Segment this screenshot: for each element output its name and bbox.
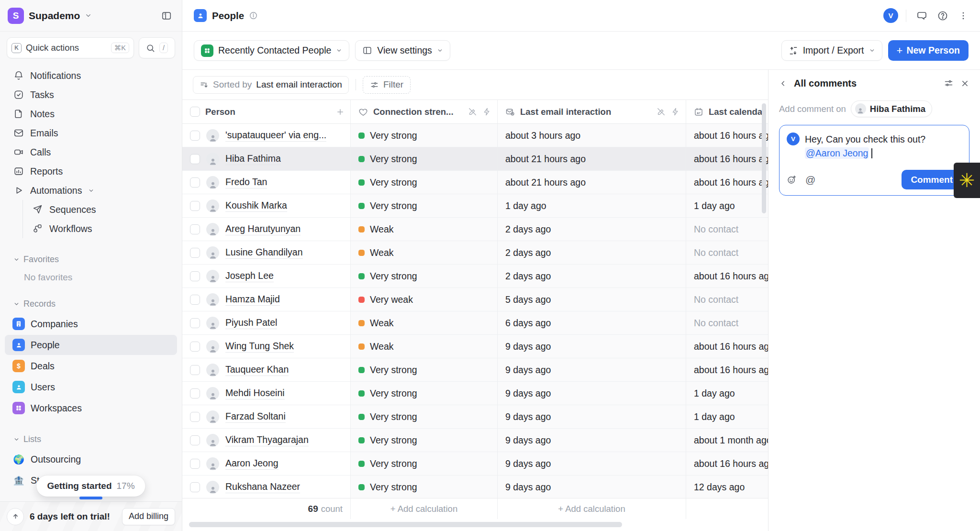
person-name[interactable]: Vikram Thyagarajan: [225, 434, 309, 446]
connection-strength-cell[interactable]: Weak: [351, 311, 498, 335]
column-header-person[interactable]: Person: [182, 100, 351, 123]
table-row[interactable]: Koushik Marka Very strong 1 day ago 1 da…: [182, 194, 768, 218]
last-email-cell[interactable]: 9 days ago: [498, 358, 686, 382]
row-checkbox[interactable]: [190, 295, 200, 305]
info-icon[interactable]: [249, 11, 258, 20]
table-row[interactable]: Hiba Fathima Very strong about 21 hours …: [182, 147, 768, 171]
connection-strength-cell[interactable]: Weak: [351, 335, 498, 358]
table-row[interactable]: Lusine Ghandilyan Weak 2 days ago No con…: [182, 241, 768, 265]
comment-button[interactable]: Comment: [902, 170, 962, 189]
row-checkbox[interactable]: [190, 412, 200, 422]
person-cell[interactable]: Rukshana Nazeer: [182, 476, 351, 498]
connection-strength-cell[interactable]: Very strong: [351, 124, 498, 147]
sidebar-item-sequences[interactable]: Sequences: [23, 200, 182, 219]
last-email-cell[interactable]: about 21 hours ago: [498, 147, 686, 171]
getting-started-pill[interactable]: Getting started 17%: [36, 476, 145, 497]
connection-strength-cell[interactable]: Very strong: [351, 265, 498, 288]
row-checkbox[interactable]: [190, 224, 200, 234]
records-section-header[interactable]: Records: [0, 299, 182, 309]
person-name[interactable]: Farzad Soltani: [225, 411, 286, 423]
person-name[interactable]: Rukshana Nazeer: [225, 481, 300, 493]
last-email-cell[interactable]: 9 days ago: [498, 382, 686, 405]
person-name[interactable]: Fredo Tan: [225, 177, 267, 188]
last-calendar-cell[interactable]: 12 days ago: [686, 476, 768, 498]
sidebar-item-users[interactable]: Users: [0, 377, 182, 397]
last-calendar-cell[interactable]: No contact: [686, 311, 768, 335]
add-calculation-button[interactable]: + Add calculation: [498, 498, 686, 519]
last-calendar-cell[interactable]: 1 day ago: [686, 194, 768, 218]
connection-strength-cell[interactable]: Weak: [351, 241, 498, 265]
person-cell[interactable]: Joseph Lee: [182, 265, 351, 288]
table-row[interactable]: Areg Harutyunyan Weak 2 days ago No cont…: [182, 218, 768, 241]
last-calendar-cell[interactable]: No contact: [686, 288, 768, 311]
last-email-cell[interactable]: 9 days ago: [498, 452, 686, 476]
person-cell[interactable]: Hiba Fathima: [182, 147, 351, 171]
more-options-icon[interactable]: [958, 11, 969, 21]
comments-filter-icon[interactable]: [944, 78, 954, 88]
row-checkbox[interactable]: [190, 482, 200, 492]
connection-strength-cell[interactable]: Very strong: [351, 147, 498, 171]
quick-actions-button[interactable]: K Quick actions ⌘K: [7, 37, 134, 58]
help-icon[interactable]: [937, 10, 948, 22]
sorted-by-button[interactable]: Sorted by Last email interaction: [193, 76, 349, 94]
filter-button[interactable]: Filter: [363, 76, 411, 94]
person-cell[interactable]: Piyush Patel: [182, 311, 351, 335]
last-calendar-cell[interactable]: about 16 hours ago: [686, 452, 768, 476]
connection-strength-cell[interactable]: Very strong: [351, 476, 498, 498]
connection-strength-cell[interactable]: Very strong: [351, 429, 498, 452]
mention-chip[interactable]: @Aaron Jeong: [805, 147, 869, 159]
row-checkbox[interactable]: [190, 365, 200, 375]
connection-strength-cell[interactable]: Very strong: [351, 382, 498, 405]
connection-strength-cell[interactable]: Very weak: [351, 288, 498, 311]
column-header-last-calendar[interactable]: Last calendar interaction: [686, 100, 768, 123]
connection-strength-cell[interactable]: Very strong: [351, 194, 498, 218]
view-settings-button[interactable]: View settings: [355, 40, 450, 61]
table-row[interactable]: Tauqueer Khan Very strong 9 days ago abo…: [182, 358, 768, 382]
table-row[interactable]: Rukshana Nazeer Very strong 9 days ago 1…: [182, 476, 768, 498]
table-row[interactable]: Farzad Soltani Very strong 9 days ago 1 …: [182, 405, 768, 429]
row-checkbox[interactable]: [190, 271, 200, 281]
row-checkbox[interactable]: [190, 154, 200, 164]
last-calendar-cell[interactable]: 1 day ago: [686, 405, 768, 429]
person-cell[interactable]: Fredo Tan: [182, 171, 351, 194]
last-calendar-cell[interactable]: No contact: [686, 218, 768, 241]
person-name[interactable]: Hamza Majid: [225, 294, 280, 306]
connection-strength-cell[interactable]: Very strong: [351, 452, 498, 476]
person-name[interactable]: 'supatauqueer' via eng...: [225, 130, 326, 142]
person-name[interactable]: Piyush Patel: [225, 317, 277, 329]
row-checkbox[interactable]: [190, 388, 200, 398]
person-name[interactable]: Aaron Jeong: [225, 458, 278, 470]
person-name[interactable]: Lusine Ghandilyan: [225, 247, 303, 259]
person-cell[interactable]: Koushik Marka: [182, 194, 351, 218]
import-export-button[interactable]: Import / Export: [781, 40, 882, 61]
row-checkbox[interactable]: [190, 435, 200, 445]
person-name[interactable]: Mehdi Hoseini: [225, 387, 285, 399]
connection-strength-cell[interactable]: Weak: [351, 218, 498, 241]
table-row[interactable]: Joseph Lee Very strong 2 days ago about …: [182, 265, 768, 288]
connection-strength-cell[interactable]: Very strong: [351, 358, 498, 382]
table-row[interactable]: Piyush Patel Weak 6 days ago No contact: [182, 311, 768, 335]
comment-composer[interactable]: V Hey, Can you check this out? @Aaron Je…: [779, 125, 969, 196]
person-name[interactable]: Koushik Marka: [225, 200, 287, 212]
last-email-cell[interactable]: 9 days ago: [498, 476, 686, 498]
last-email-cell[interactable]: 2 days ago: [498, 241, 686, 265]
view-selector-button[interactable]: Recently Contacted People: [194, 40, 349, 61]
comment-input[interactable]: Hey, Can you check this out? @Aaron Jeon…: [805, 133, 962, 160]
sidebar-item-outsourcing[interactable]: 🌍 Outsourcing: [0, 449, 182, 469]
last-calendar-cell[interactable]: 1 day ago: [686, 382, 768, 405]
person-name[interactable]: Areg Harutyunyan: [225, 223, 301, 235]
person-cell[interactable]: Tauqueer Khan: [182, 358, 351, 382]
record-pill[interactable]: Hiba Fathima: [851, 100, 932, 117]
sidebar-item-notifications[interactable]: Notifications: [0, 66, 182, 85]
person-cell[interactable]: Lusine Ghandilyan: [182, 241, 351, 265]
chevron-down-icon[interactable]: [85, 12, 92, 19]
add-column-icon[interactable]: [336, 108, 345, 116]
connection-strength-cell[interactable]: Very strong: [351, 171, 498, 194]
close-icon[interactable]: [960, 79, 969, 88]
last-email-cell[interactable]: 6 days ago: [498, 311, 686, 335]
last-email-cell[interactable]: 9 days ago: [498, 429, 686, 452]
person-name[interactable]: Wing Tung Shek: [225, 341, 294, 353]
workspace-name[interactable]: Supademo: [29, 10, 80, 22]
last-email-cell[interactable]: 2 days ago: [498, 218, 686, 241]
column-header-connection-strength[interactable]: Connection stren...: [351, 100, 498, 123]
